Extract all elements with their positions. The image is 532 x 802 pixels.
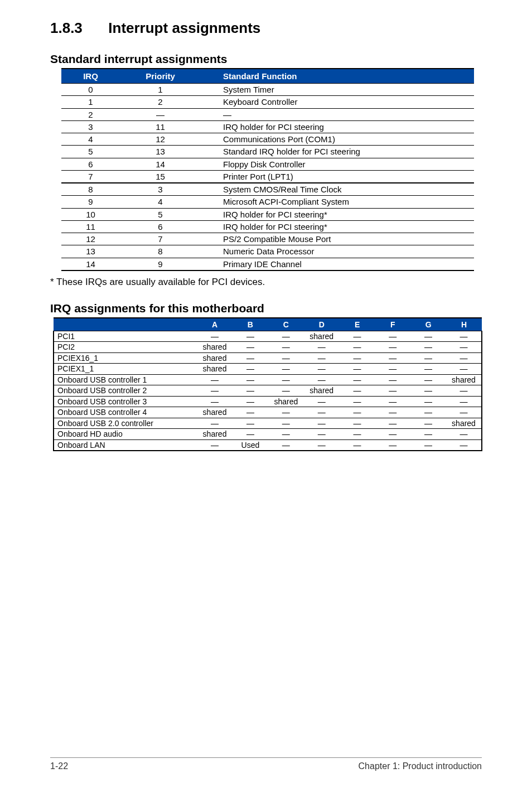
cell-function: PS/2 Compatible Mouse Port — [201, 233, 474, 245]
cell-priority: 6 — [120, 220, 201, 233]
cell: — — [446, 429, 482, 440]
standard-interrupt-table: IRQ Priority Standard Function 01System … — [61, 68, 474, 271]
table-row: 138Numeric Data Processor — [61, 245, 474, 258]
cell: — — [410, 352, 446, 364]
cell-priority: 7 — [120, 233, 201, 245]
cell: — — [446, 342, 482, 353]
cell: shared — [197, 407, 233, 418]
cell: — — [268, 374, 304, 385]
cell: — — [340, 374, 375, 385]
cell-irq: 0 — [61, 84, 120, 96]
table-row: Onboard USB controller 2———shared———— — [54, 385, 482, 397]
table-row: 2—— — [61, 108, 474, 120]
chapter-title: Chapter 1: Product introduction — [359, 761, 482, 771]
table-row: PCIEX1_1shared——————— — [54, 364, 482, 375]
cell: shared — [197, 352, 233, 364]
section-number: 1.8.3 — [50, 20, 83, 37]
cell-name: PCIEX16_1 — [54, 352, 197, 364]
page-footer: 1-22 Chapter 1: Product introduction — [50, 757, 482, 771]
cell: — — [340, 407, 375, 418]
cell-name: Onboard USB controller 1 — [54, 374, 197, 385]
cell-priority: — — [120, 108, 201, 120]
table-row: 01System Timer — [61, 84, 474, 96]
cell: shared — [197, 342, 233, 353]
table-row: PCI2shared——————— — [54, 342, 482, 353]
cell-function: Microsoft ACPI-Compliant System — [201, 196, 474, 208]
cell: — — [268, 342, 304, 353]
table-row: 715Printer Port (LPT1) — [61, 170, 474, 183]
cell: — — [268, 385, 304, 397]
cell-function: Floppy Disk Controller — [201, 158, 474, 170]
cell-irq: 3 — [61, 120, 120, 133]
cell-irq: 6 — [61, 158, 120, 170]
cell-function: System CMOS/Real Time Clock — [201, 183, 474, 196]
cell: — — [268, 331, 304, 342]
cell: — — [197, 331, 233, 342]
cell-irq: 2 — [61, 108, 120, 120]
cell-irq: 12 — [61, 233, 120, 245]
th-d: D — [304, 318, 340, 331]
cell: — — [446, 331, 482, 342]
cell-irq: 11 — [61, 220, 120, 233]
cell: — — [410, 407, 446, 418]
cell: — — [340, 429, 375, 440]
cell: — — [340, 364, 375, 375]
th-e: E — [340, 318, 375, 331]
cell: — — [375, 374, 410, 385]
table-row: 149Primary IDE Channel — [61, 258, 474, 270]
cell: — — [233, 429, 268, 440]
cell: — — [340, 352, 375, 364]
table-row: Onboard USB controller 4shared——————— — [54, 407, 482, 418]
cell-priority: 12 — [120, 133, 201, 146]
cell: — — [446, 385, 482, 397]
cell-irq: 4 — [61, 133, 120, 146]
cell: — — [197, 396, 233, 407]
cell: — — [304, 418, 340, 429]
cell-irq: 1 — [61, 96, 120, 108]
cell-irq: 14 — [61, 258, 120, 270]
cell: — — [410, 385, 446, 397]
cell: Used — [233, 439, 268, 451]
cell: — — [410, 342, 446, 353]
motherboard-irq-table: A B C D E F G H PCI1———shared———— PCI2sh… — [53, 317, 482, 452]
cell: — — [375, 385, 410, 397]
cell-name: Onboard USB 2.0 controller — [54, 418, 197, 429]
table-row: PCIEX16_1shared——————— — [54, 352, 482, 364]
cell: — — [446, 396, 482, 407]
cell: — — [233, 342, 268, 353]
table-row: 513Standard IRQ holder for PCI steering — [61, 146, 474, 158]
cell: — — [446, 439, 482, 451]
cell: shared — [304, 385, 340, 397]
table-row: 614Floppy Disk Controller — [61, 158, 474, 170]
cell-irq: 13 — [61, 245, 120, 258]
cell: — — [340, 418, 375, 429]
th-g: G — [410, 318, 446, 331]
cell: — — [340, 396, 375, 407]
cell-irq: 7 — [61, 170, 120, 183]
cell: — — [233, 396, 268, 407]
th-a: A — [197, 318, 233, 331]
table-row: 311IRQ holder for PCI steering — [61, 120, 474, 133]
th-h: H — [446, 318, 482, 331]
cell: — — [233, 331, 268, 342]
cell: — — [375, 331, 410, 342]
table-row: 105IRQ holder for PCI steering* — [61, 208, 474, 220]
cell: — — [410, 364, 446, 375]
table-row: 83System CMOS/Real Time Clock — [61, 183, 474, 196]
cell-name: Onboard LAN — [54, 439, 197, 451]
cell-function: Primary IDE Channel — [201, 258, 474, 270]
cell: — — [410, 374, 446, 385]
page-number: 1-22 — [50, 761, 68, 771]
cell: — — [410, 439, 446, 451]
cell: — — [268, 364, 304, 375]
cell: — — [340, 342, 375, 353]
cell: — — [375, 407, 410, 418]
cell-name: PCI1 — [54, 331, 197, 342]
cell: — — [375, 439, 410, 451]
table-row: Onboard USB controller 1———————shared — [54, 374, 482, 385]
subheading-irq-assignments: IRQ assignments for this motherboard — [50, 302, 482, 315]
cell: — — [268, 352, 304, 364]
th-f: F — [375, 318, 410, 331]
cell-irq: 8 — [61, 183, 120, 196]
cell: — — [446, 407, 482, 418]
